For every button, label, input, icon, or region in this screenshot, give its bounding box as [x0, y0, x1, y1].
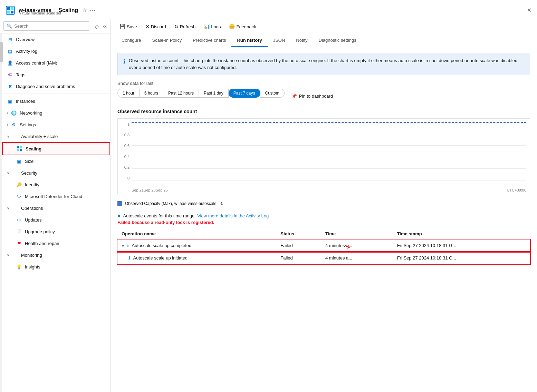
y-label-04: 0.4: [124, 155, 130, 159]
discard-icon: ✕: [145, 24, 150, 29]
sidebar-iam-label: Access control (IAM): [16, 60, 57, 66]
sidebar-item-insights[interactable]: 💡 Insights: [2, 261, 110, 273]
sidebar-item-instances[interactable]: ▣ Instances: [2, 95, 110, 107]
row1-operation: ∨ ℹ Autoscale scale up completed ➔: [117, 239, 276, 252]
sidebar-item-identity[interactable]: 🔑 Identity: [2, 179, 110, 190]
collapse-sidebar-icon[interactable]: ‹‹: [103, 23, 107, 29]
sidebar-item-defender[interactable]: 🛡 Microsoft Defender for Cloud: [2, 190, 110, 202]
sidebar-item-monitoring[interactable]: ∨ Monitoring: [2, 249, 110, 261]
identity-icon: 🔑: [16, 182, 22, 188]
sidebar-item-availability[interactable]: ∨ Availability + scale: [2, 130, 110, 142]
sidebar-diagnose-label: Diagnose and solve problems: [16, 84, 75, 89]
svg-rect-7: [17, 149, 19, 151]
search-input[interactable]: [14, 23, 86, 29]
save-label: Save: [127, 24, 137, 29]
sidebar-identity-label: Identity: [25, 182, 39, 187]
chart-data-line: [132, 122, 526, 123]
tab-run-history[interactable]: Run history: [231, 34, 267, 47]
tab-diagnostic-settings[interactable]: Diagnostic settings: [313, 34, 362, 47]
scaling-icon: [17, 146, 23, 152]
bookmark-icon[interactable]: ◇: [95, 23, 99, 30]
table-row[interactable]: ℹ Autoscale scale up initiated Failed 4 …: [117, 252, 530, 264]
time-btn-custom[interactable]: Custom: [260, 89, 285, 98]
sidebar-defender-label: Microsoft Defender for Cloud: [25, 194, 82, 199]
legend-count: 1: [221, 201, 223, 206]
sidebar-item-size[interactable]: ▣ Size: [2, 155, 110, 167]
table-header-row: Operation name Status Time Time stamp: [117, 228, 530, 239]
sidebar-controls: 🔍 ◇ ‹‹: [0, 19, 110, 33]
logs-button[interactable]: 📊 Logs: [200, 22, 224, 31]
sidebar-item-updates[interactable]: ⚙ Updates: [2, 214, 110, 226]
tab-json[interactable]: JSON: [268, 34, 291, 47]
save-icon: 💾: [119, 24, 125, 29]
sidebar-item-overview[interactable]: ⊞ Overview: [2, 33, 110, 45]
instances-icon: ▣: [7, 98, 13, 104]
sidebar-item-activity-log[interactable]: ▤ Activity log: [2, 45, 110, 57]
pin-dashboard[interactable]: 📌 Pin to dashboard: [291, 94, 333, 99]
y-label-06: 0.6: [124, 144, 130, 148]
save-button[interactable]: 💾 Save: [116, 22, 141, 31]
availability-icon: [12, 133, 18, 139]
sidebar-item-upgrade-policy[interactable]: 📄 Upgrade policy: [2, 226, 110, 237]
time-btn-6hours[interactable]: 6 hours: [140, 89, 163, 98]
security-icon: [12, 170, 18, 176]
row2-status: Failed: [276, 252, 321, 264]
sidebar-item-settings[interactable]: › ⚙ Settings: [2, 119, 110, 130]
time-btn-1day[interactable]: Past 1 day: [199, 89, 229, 98]
content-tabs: Configure Scale-In Policy Predictive cha…: [111, 34, 537, 47]
activity-log-link[interactable]: View more details in the Activity Log: [197, 213, 269, 218]
time-btn-1hour[interactable]: 1 hour: [117, 89, 140, 98]
feedback-button[interactable]: 😊 Feedback: [226, 22, 259, 31]
sidebar-item-diagnose[interactable]: ✖ Diagnose and solve problems: [2, 80, 110, 92]
sidebar-item-health[interactable]: ❤ Health and repair: [2, 237, 110, 249]
row2-timestamp: Fri Sep 27 2024 10:18:31 G...: [393, 252, 530, 264]
svg-rect-5: [17, 146, 19, 148]
x-label-sep25: Sep 25: [156, 188, 168, 192]
title-bar: w-iaas-vmss | Scaling ☆ ··· Virtual mach…: [0, 0, 537, 19]
sidebar-nav: ⊞ Overview ▤ Activity log 👤 Access contr…: [2, 33, 110, 392]
discard-button[interactable]: ✕ Discard: [142, 22, 170, 31]
iam-icon: 👤: [7, 60, 13, 66]
refresh-button[interactable]: ↻ Refresh: [171, 22, 199, 31]
sidebar-item-iam[interactable]: 👤 Access control (IAM): [2, 57, 110, 69]
tab-notify[interactable]: Notify: [290, 34, 313, 47]
sidebar-monitoring-label: Monitoring: [21, 253, 42, 258]
refresh-label: Refresh: [180, 24, 196, 29]
close-button[interactable]: ✕: [527, 7, 531, 13]
chart-legend: Observed Capacity (Max), w-iaas-vmss-aut…: [117, 201, 530, 206]
y-label-1: 1: [127, 122, 130, 126]
sidebar-availability-label: Availability + scale: [21, 134, 58, 139]
info-box: ℹ Observed instance count - this chart p…: [117, 53, 530, 75]
sidebar-health-label: Health and repair: [25, 241, 59, 246]
row1-expand-icon[interactable]: ∨: [122, 244, 124, 248]
grid-line-04: [132, 157, 526, 157]
star-icon[interactable]: ☆: [82, 7, 87, 13]
tab-predictive-charts[interactable]: Predictive charts: [187, 34, 231, 47]
more-icon[interactable]: ···: [90, 7, 95, 13]
resource-icon: [6, 6, 15, 15]
time-btn-7days[interactable]: Past 7 days: [229, 89, 260, 98]
sidebar-item-networking[interactable]: › 🌐 Networking: [2, 107, 110, 119]
operations-chevron: ∨: [7, 206, 9, 210]
x-label-sep21: Sep 21: [132, 188, 144, 192]
time-btn-12hours[interactable]: Past 12 hours: [163, 89, 199, 98]
sidebar-item-operations[interactable]: ∨ Operations: [2, 202, 110, 214]
table-row[interactable]: ∨ ℹ Autoscale scale up completed ➔ Faile…: [117, 239, 530, 252]
svg-rect-2: [11, 7, 13, 10]
sidebar-tags-label: Tags: [16, 72, 25, 77]
diagnose-icon: ✖: [7, 83, 13, 89]
tab-scale-in-policy[interactable]: Scale-In Policy: [146, 34, 187, 47]
tab-configure[interactable]: Configure: [116, 34, 146, 47]
sidebar-scroll-area: ⊞ Overview ▤ Activity log 👤 Access contr…: [0, 33, 110, 392]
autoscale-error-text: Failed because a read-only lock is regis…: [117, 220, 530, 225]
autoscale-header-text: Autoscale events for this time range: [123, 213, 194, 218]
search-box: 🔍: [3, 21, 89, 31]
sidebar-item-security[interactable]: ∨ Security: [2, 167, 110, 179]
discard-label: Discard: [151, 24, 166, 29]
sidebar-item-scaling[interactable]: Scaling: [2, 142, 110, 155]
sidebar-upgrade-label: Upgrade policy: [25, 229, 55, 234]
search-icon: 🔍: [7, 23, 12, 29]
sidebar-item-tags[interactable]: 🏷 Tags: [2, 69, 110, 80]
chart-container: 1 0.8 0.6 0.4 0.2 0: [117, 118, 530, 194]
sidebar-networking-label: Networking: [20, 110, 42, 116]
